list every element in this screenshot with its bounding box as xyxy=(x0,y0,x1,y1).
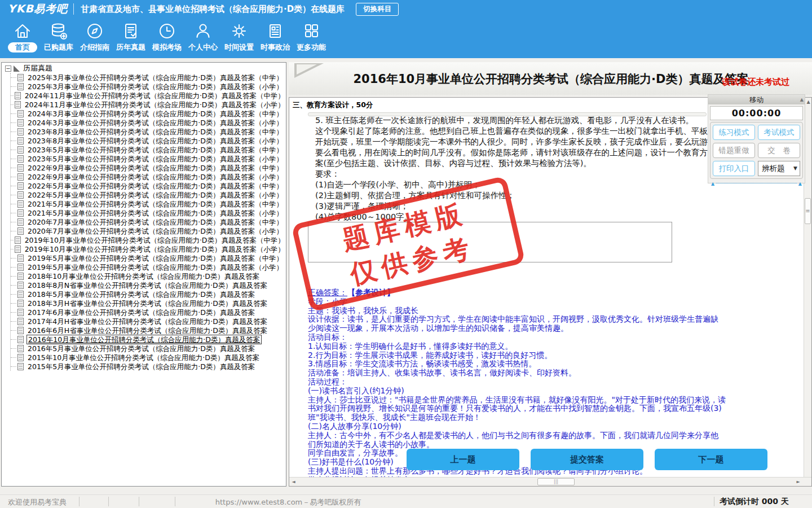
toolbar-label-past-papers[interactable]: 历年真题 xyxy=(116,42,145,52)
hand-in-paper-button[interactable]: 交 卷 xyxy=(758,143,800,158)
tree-item-label[interactable]: 2025年3月事业单位公开招聘分类考试（综合应用能力·D类）真题及答案（小学） xyxy=(27,82,284,91)
horizontal-scroll-thumb[interactable] xyxy=(537,478,575,485)
tree-item[interactable]: 2016年10月事业单位公开招聘分类考试（综合应用能力·D类）真题及答案 xyxy=(11,335,286,344)
tree-item[interactable]: 2017年6月事业单位公开招聘分类考试（综合应用能力·D类）真题及答案 xyxy=(11,308,286,317)
tree-item[interactable]: 2018年5月事业单位公开招聘分类考试（综合应用能力·D类）真题及答案 xyxy=(11,290,286,299)
tree-item[interactable]: 2015年10月事业单位公开招聘分类考试（综合应用能力·D类）真题及答案 xyxy=(11,353,286,362)
scroll-up-icon[interactable]: ▲ xyxy=(804,98,812,106)
tree-item[interactable]: 2024年11月事业单位公开招聘分类考试（综合应用能力·D类）真题及答案（中学） xyxy=(11,91,286,100)
tree-item-label[interactable]: 2018年10月事业单位公开招聘分类考试（综合应用能力·D类）真题及答案 xyxy=(27,272,261,281)
tree-item[interactable]: 2016年6月H省事业单位公开招聘分类考试（综合应用能力·D类）真题及答案 xyxy=(11,326,286,335)
tree-item-label[interactable]: 2025年3月事业单位公开招聘分类考试（综合应用能力·D类）真题及答案（中学） xyxy=(27,73,284,82)
tree-item[interactable]: 2019年5月事业单位公开招聘分类考试（综合应用能力·D类）真题及答案（中学） xyxy=(11,253,286,262)
tree-item[interactable]: 2022年9月事业单位公开招聘分类考试（综合应用能力·D类）真题及答案（小学） xyxy=(11,172,286,181)
tree-item-label[interactable]: 2019年10月事业单位公开招聘分类考试（综合应用能力·D类）真题及答案（中学） xyxy=(24,236,286,244)
tree-item-label[interactable]: 2023年8月事业单位公开招聘分类考试（综合应用能力·D类）真题及答案（中学） xyxy=(27,128,284,136)
toolbar-item-profile[interactable]: 个人中心 xyxy=(185,18,221,52)
tree-item[interactable]: 2018年3月H省事业单位公开招聘分类考试（综合应用能力·D类）真题及答案 xyxy=(11,299,286,308)
tree-item-label[interactable]: 2023年8月事业单位公开招聘分类考试（综合应用能力·D类）真题及答案（小学） xyxy=(27,137,284,145)
tree-item[interactable]: 2020年7月事业单位公开招聘分类考试（综合应用能力·D类）真题及答案（中学） xyxy=(11,217,286,226)
tree-item-label[interactable]: 2017年4月H省事业单位公开招聘分类考试（综合应用能力·D类）真题及答案 xyxy=(27,317,268,326)
tree-item-label[interactable]: 2024年11月事业单位公开招聘分类考试（综合应用能力·D类）真题及答案（小学） xyxy=(24,100,286,109)
tree-item[interactable]: 2023年5月事业单位公开招聘分类考试（综合应用能力·D类）真题及答案（中学） xyxy=(11,145,286,154)
toolbar-label-purchased-banks[interactable]: 已购题库 xyxy=(44,42,73,52)
slider-left-icon[interactable]: ▲ xyxy=(711,182,714,186)
practice-mode-button[interactable]: 练习模式 xyxy=(713,125,755,140)
tree-item[interactable]: 2018年8月N省事业单位公开招聘分类考试（综合应用能力·D类）真题及答案 xyxy=(11,281,286,290)
tree-item-label[interactable]: 2024年3月事业单位公开招聘分类考试（综合应用能力·D类）真题及答案（小学） xyxy=(27,119,284,127)
tree-item[interactable]: 2024年3月事业单位公开招聘分类考试（综合应用能力·D类）真题及答案（小学） xyxy=(11,118,286,127)
tree-item-label[interactable]: 2023年5月事业单位公开招聘分类考试（综合应用能力·D类）真题及答案（小学） xyxy=(27,155,284,163)
tree-item[interactable]: 2017年4月H省事业单位公开招聘分类考试（综合应用能力·D类）真题及答案 xyxy=(11,317,286,326)
tree-item[interactable]: 2015年5月事业单位公开招聘分类考试（综合应用能力·D类）真题及答案 xyxy=(11,362,286,371)
tree-item-label[interactable]: 2022年9月事业单位公开招聘分类考试（综合应用能力·D类）真题及答案（小学） xyxy=(27,173,284,181)
toolbar-label-guide[interactable]: 介绍指南 xyxy=(80,42,109,52)
question-type-dropdown[interactable]: 辨析题 ▼ xyxy=(758,161,800,176)
toolbar-item-purchased-banks[interactable]: 已购题库 xyxy=(41,18,77,52)
tree-item[interactable]: 2025年3月事业单位公开招聘分类考试（综合应用能力·D类）真题及答案（小学） xyxy=(11,82,286,91)
tree-item-label[interactable]: 2018年5月事业单位公开招聘分类考试（综合应用能力·D类）真题及答案 xyxy=(27,290,256,299)
toolbar-item-past-papers[interactable]: 历年真题 xyxy=(113,18,149,52)
tree-item[interactable]: 2022年5月事业单位公开招聘分类考试（综合应用能力·D类）真题及答案（中学） xyxy=(11,181,286,190)
tree-item-label[interactable]: 2016年10月事业单位公开招聘分类考试（综合应用能力·D类）真题及答案 xyxy=(27,335,262,344)
switch-subject-button[interactable]: 切换科目 xyxy=(356,3,399,16)
panel-resize-slider[interactable]: ▲ ▲ xyxy=(710,182,803,186)
tree-item[interactable]: 2019年5月事业单位公开招聘分类考试（综合应用能力·D类）真题及答案（小学） xyxy=(11,262,286,271)
tree-item[interactable]: 2019年10月事业单位公开招聘分类考试（综合应用能力·D类）真题及答案（小学） xyxy=(11,244,286,253)
print-entry-button[interactable]: 打印入口 xyxy=(713,161,755,176)
tree-item-label[interactable]: 2017年6月事业单位公开招聘分类考试（综合应用能力·D类）真题及答案 xyxy=(27,308,256,317)
tree-item[interactable]: 2024年11月事业单位公开招聘分类考试（综合应用能力·D类）真题及答案（小学） xyxy=(11,100,286,109)
scroll-left-icon[interactable]: ◄ xyxy=(289,478,298,486)
tree-item-label[interactable]: 2022年9月事业单位公开招聘分类考试（综合应用能力·D类）真题及答案（中学） xyxy=(27,164,284,172)
tree-root[interactable]: − 历届真题 xyxy=(3,64,286,73)
toolbar-item-mock-exam[interactable]: 模拟考场 xyxy=(149,18,185,52)
horizontal-scrollbar[interactable]: ◄ ► xyxy=(289,477,811,486)
toolbar-label-time-settings[interactable]: 时间设置 xyxy=(224,42,254,52)
toolbar-item-time-settings[interactable]: 时间设置 xyxy=(221,18,257,52)
previous-question-button[interactable]: 上一题 xyxy=(407,449,519,470)
toolbar-label-mock-exam[interactable]: 模拟考场 xyxy=(152,42,182,52)
toolbar-item-home[interactable]: 首页 xyxy=(5,18,41,52)
tree-item-label[interactable]: 2020年7月事业单位公开招聘分类考试（综合应用能力·D类）真题及答案（中学） xyxy=(27,218,284,226)
tree-item[interactable]: 2021年5月事业单位公开招聘分类考试（综合应用能力·D类）真题及答案（小学） xyxy=(11,208,286,217)
tree-item-label[interactable]: 2024年11月事业单位公开招聘分类考试（综合应用能力·D类）真题及答案（中学） xyxy=(24,91,286,100)
tree-item[interactable]: 2019年10月事业单位公开招聘分类考试（综合应用能力·D类）真题及答案（中学） xyxy=(11,235,286,244)
panel-scroll-up-icon[interactable]: ▲ xyxy=(800,95,804,104)
tree-item-label[interactable]: 2018年3月H省事业单位公开招聘分类考试（综合应用能力·D类）真题及答案 xyxy=(27,299,268,308)
tree-item-label[interactable]: 2022年5月事业单位公开招聘分类考试（综合应用能力·D类）真题及答案（中学） xyxy=(27,182,284,190)
tree-item-label[interactable]: 2024年3月事业单位公开招聘分类考试（综合应用能力·D类）真题及答案（中学） xyxy=(27,110,284,118)
toolbar-item-guide[interactable]: 介绍指南 xyxy=(77,18,113,52)
tree-item[interactable]: 2022年5月事业单位公开招聘分类考试（综合应用能力·D类）真题及答案（小学） xyxy=(11,190,286,199)
redo-wrong-button[interactable]: 错题重做 xyxy=(713,143,755,158)
tree-item[interactable]: 2022年9月事业单位公开招聘分类考试（综合应用能力·D类）真题及答案（中学） xyxy=(11,163,286,172)
tree-item-label[interactable]: 2019年10月事业单位公开招聘分类考试（综合应用能力·D类）真题及答案（小学） xyxy=(24,245,286,253)
tree-item-label[interactable]: 2019年5月事业单位公开招聘分类考试（综合应用能力·D类）真题及答案（小学） xyxy=(27,263,284,271)
tree-item-label[interactable]: 2016年6月H省事业单位公开招聘分类考试（综合应用能力·D类）真题及答案 xyxy=(27,326,268,335)
submit-answer-button[interactable]: 提交答案 xyxy=(531,449,643,470)
tree-item[interactable]: 2020年7月事业单位公开招聘分类考试（综合应用能力·D类）真题及答案（小学） xyxy=(11,226,286,235)
tree-item[interactable]: 2024年3月事业单位公开招聘分类考试（综合应用能力·D类）真题及答案（中学） xyxy=(11,109,286,118)
vertical-scroll-thumb[interactable] xyxy=(805,198,811,224)
toolbar-item-current-affairs[interactable]: 时事政治 xyxy=(257,18,293,52)
tree-item[interactable]: 2016年5月事业单位公开招聘分类考试（综合应用能力·D类）真题及答案 xyxy=(11,344,286,353)
tree-item-label[interactable]: 2015年5月事业单位公开招聘分类考试（综合应用能力·D类）真题及答案 xyxy=(27,362,256,371)
next-question-button[interactable]: 下一题 xyxy=(655,449,767,470)
tree-item-label[interactable]: 2016年5月事业单位公开招聘分类考试（综合应用能力·D类）真题及答案 xyxy=(27,344,256,353)
slider-right-icon[interactable]: ▲ xyxy=(798,182,802,186)
toolbar-label-current-affairs[interactable]: 时事政治 xyxy=(261,42,290,52)
collapse-icon[interactable]: − xyxy=(5,65,11,72)
tree-item-label[interactable]: 2023年5月事业单位公开招聘分类考试（综合应用能力·D类）真题及答案（中学） xyxy=(27,146,284,154)
toolbar-label-more[interactable]: 更多功能 xyxy=(297,42,326,52)
tree-item-label[interactable]: 2015年10月事业单位公开招聘分类考试（综合应用能力·D类）真题及答案 xyxy=(27,353,261,362)
tree-item-label[interactable]: 2019年5月事业单位公开招聘分类考试（综合应用能力·D类）真题及答案（中学） xyxy=(27,254,284,262)
panel-move-handle[interactable]: 移动 ▲ xyxy=(708,95,805,104)
tree-item[interactable]: 2023年8月事业单位公开招聘分类考试（综合应用能力·D类）真题及答案（小学） xyxy=(11,136,286,145)
exam-mode-button[interactable]: 考试模式 xyxy=(758,125,800,140)
tree-item[interactable]: 2025年3月事业单位公开招聘分类考试（综合应用能力·D类）真题及答案（中学） xyxy=(11,73,286,82)
tree-item-label[interactable]: 2020年7月事业单位公开招聘分类考试（综合应用能力·D类）真题及答案（小学） xyxy=(27,227,284,235)
tree-item-label[interactable]: 2021年5月事业单位公开招聘分类考试（综合应用能力·D类）真题及答案（中学） xyxy=(27,200,284,208)
tree-item-label[interactable]: 2022年5月事业单位公开招聘分类考试（综合应用能力·D类）真题及答案（小学） xyxy=(27,191,284,199)
toolbar-label-profile[interactable]: 个人中心 xyxy=(188,42,218,52)
toolbar-label-home[interactable]: 首页 xyxy=(8,42,37,52)
tree-item[interactable]: 2021年5月事业单位公开招聘分类考试（综合应用能力·D类）真题及答案（中学） xyxy=(11,199,286,208)
